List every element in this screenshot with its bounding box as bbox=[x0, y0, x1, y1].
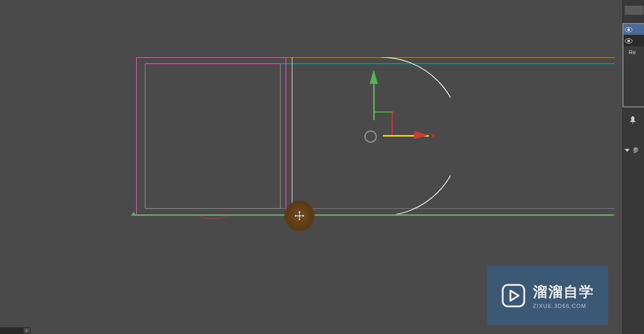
scroll-track[interactable] bbox=[0, 327, 23, 334]
chevron-down-icon bbox=[625, 149, 630, 152]
watermark-play-icon bbox=[501, 283, 526, 308]
layer-row-selected[interactable] bbox=[624, 24, 644, 35]
watermark: 溜溜自学 ZIXUE.3D66.COM bbox=[487, 266, 608, 325]
svg-point-2 bbox=[628, 28, 630, 31]
scene-explorer[interactable]: Re bbox=[622, 23, 644, 107]
command-panel[interactable]: Re 参 bbox=[622, 0, 644, 334]
visibility-eye-icon[interactable] bbox=[625, 27, 633, 32]
layer-row[interactable] bbox=[624, 35, 644, 47]
rollout-title: 参 bbox=[633, 146, 639, 154]
watermark-title: 溜溜自学 bbox=[533, 282, 594, 302]
visibility-eye-icon[interactable] bbox=[625, 38, 633, 43]
parameters-rollout-header[interactable]: 参 bbox=[625, 146, 639, 154]
watermark-url: ZIXUE.3D66.COM bbox=[533, 303, 594, 309]
layer-item[interactable]: Re bbox=[624, 47, 644, 58]
svg-rect-0 bbox=[503, 285, 524, 306]
scroll-right-icon[interactable] bbox=[23, 327, 31, 334]
svg-point-4 bbox=[628, 39, 630, 42]
watermark-text: 溜溜自学 ZIXUE.3D66.COM bbox=[533, 282, 594, 309]
pin-icon[interactable] bbox=[628, 115, 637, 124]
timeline-scrollbar[interactable] bbox=[0, 327, 31, 334]
panel-dropdown[interactable] bbox=[624, 5, 644, 15]
viewport[interactable]: x 溜溜自学 ZIXUE.3D66.COM bbox=[0, 0, 615, 325]
layer-item-label: Re bbox=[629, 49, 636, 55]
